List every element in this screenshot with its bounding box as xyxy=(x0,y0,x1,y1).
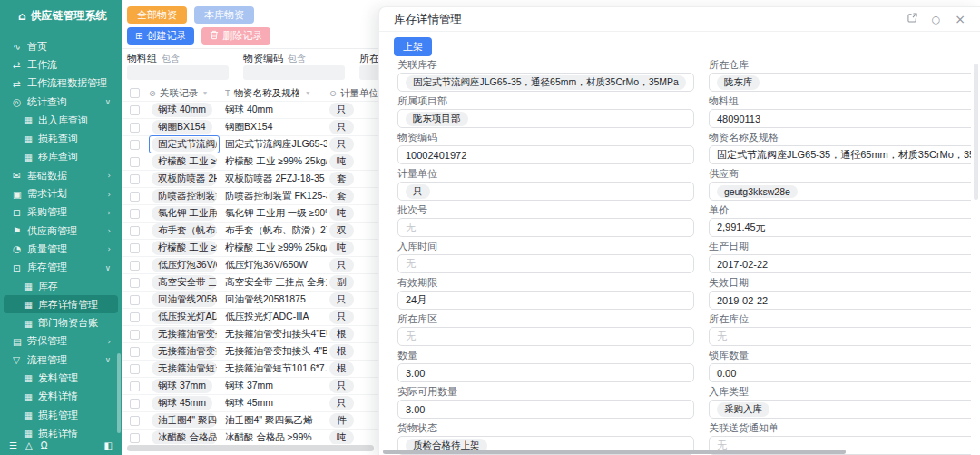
linked-record-tag[interactable]: 高空安全带 三挂... xyxy=(152,275,217,290)
sidebar-item[interactable]: ▦ 移库查询 xyxy=(4,148,118,166)
name-spec-cell[interactable]: 氯化钾 工业用 一级 ≥90% xyxy=(225,207,327,220)
unit-tag[interactable]: 吨 xyxy=(329,206,354,221)
unit-tag[interactable]: 只 xyxy=(329,137,354,152)
unit-tag[interactable]: 只 xyxy=(329,379,354,393)
linked-record-tag[interactable]: 钢圈BX154 xyxy=(152,120,212,134)
table-header-name-spec[interactable]: T 物资名称及规格 ▾ xyxy=(225,87,327,100)
row-checkbox[interactable] xyxy=(130,174,140,184)
linked-record-cell[interactable]: 无接箍油管短节... xyxy=(149,360,220,378)
field-input[interactable]: 2,991.45元 2,991.45元 xyxy=(709,218,971,237)
linked-record-cell[interactable]: 柠檬酸 工业 ≥99... xyxy=(149,239,220,257)
field-input[interactable]: 3.00 3.00 xyxy=(397,400,694,419)
linked-record-tag[interactable]: 氯化钾 工业用 ... xyxy=(152,206,217,221)
sidebar-item[interactable]: ▦ 发料管理 xyxy=(4,369,118,387)
field-input[interactable]: 10002401972 10002401972 xyxy=(397,145,694,164)
name-spec-cell[interactable]: 柠檬酸 工业 ≥99% 25kg/袋 xyxy=(225,155,327,168)
field-input[interactable]: 固定式节流阀座JLG65-35，通径65mm，材质35CrMo，35MPa 固定… xyxy=(397,73,694,92)
sidebar-item[interactable]: ⚑ 供应商管理 › xyxy=(4,222,118,240)
delete-record-button[interactable]: 删除记录 xyxy=(201,27,270,45)
linked-record-tag[interactable]: 防喷器控制装置 ... xyxy=(152,189,217,203)
close-icon[interactable]: × xyxy=(955,13,965,25)
row-checkbox[interactable] xyxy=(130,278,140,288)
unit-tag[interactable]: 只 xyxy=(329,120,354,134)
linked-record-tag[interactable]: 双板防喷器 2FZ... xyxy=(152,172,217,186)
sort-caret-icon[interactable]: ▾ xyxy=(306,89,309,97)
linked-record-tag[interactable]: 油壬圈4" 聚四氟... xyxy=(152,413,217,428)
filter-operator[interactable]: 包含 xyxy=(162,53,180,65)
field-input[interactable]: 陇东项目部 陇东项目部 xyxy=(397,109,694,128)
drawer-horizontal-scrollbar[interactable] xyxy=(383,450,846,454)
sidebar-item[interactable]: ⇄ 工作流程数据管理 xyxy=(4,74,118,93)
field-input[interactable]: 24月 24月 xyxy=(397,291,694,310)
sidebar-item[interactable]: ⊡ 库存管理 ∨ xyxy=(4,259,118,277)
linked-record-cell[interactable]: 钢圈BX154 xyxy=(149,118,215,136)
name-spec-cell[interactable]: 低压灯泡36V/650W xyxy=(225,259,327,272)
linked-record-tag[interactable]: 布手套（帆布、... xyxy=(152,223,217,238)
sidebar-item[interactable]: ▦ 部门物资台账 xyxy=(4,313,118,331)
expand-icon[interactable] xyxy=(907,13,917,25)
sort-caret-icon[interactable]: ▾ xyxy=(203,89,207,97)
linked-record-cell[interactable]: 钢球 37mm xyxy=(149,377,215,395)
row-checkbox[interactable] xyxy=(130,261,140,271)
unit-tag[interactable]: 根 xyxy=(329,344,354,359)
sidebar-item[interactable]: ◔ 质量管理 › xyxy=(4,240,118,258)
name-spec-cell[interactable]: 柠檬酸 工业 ≥99% 25kg/袋 xyxy=(225,242,327,254)
field-input[interactable]: 只 只 xyxy=(397,182,694,201)
sidebar-item[interactable]: ▣ 需求计划 › xyxy=(4,184,118,203)
unit-tag[interactable]: 吨 xyxy=(329,154,354,169)
name-spec-cell[interactable]: 双板防喷器 2FZJ-18-35 S 铸... xyxy=(225,173,327,185)
unit-tag[interactable]: 只 xyxy=(329,258,354,272)
linked-record-tag[interactable]: 冰醋酸 合格品... xyxy=(152,430,217,444)
linked-record-cell[interactable]: 低压投光灯ADC... xyxy=(149,308,220,326)
name-spec-cell[interactable]: 低压投光灯ADC-ⅢA xyxy=(225,311,327,323)
linked-record-cell[interactable]: 油壬圈4" 聚四氟... xyxy=(149,411,220,430)
linked-record-tag[interactable]: 低压投光灯ADC... xyxy=(152,310,217,324)
field-input[interactable]: 0.00 0.00 xyxy=(709,363,971,382)
name-spec-cell[interactable]: 钢球 45mm xyxy=(225,397,327,410)
linked-record-tag[interactable]: 无接箍油管变扣... xyxy=(152,344,217,359)
sidebar-item[interactable]: ▦ 库存详情管理 xyxy=(4,295,118,313)
name-spec-cell[interactable]: 固定式节流阀座JLG65-35，... xyxy=(225,138,327,151)
linked-record-cell[interactable]: 无接箍油管变扣... xyxy=(149,342,220,361)
field-input[interactable]: 无 无 xyxy=(397,254,694,273)
field-value-tag[interactable]: 陇东项目部 xyxy=(406,112,468,126)
linked-record-tag[interactable]: 柠檬酸 工业 ≥99... xyxy=(152,241,217,255)
sidebar-item[interactable]: ▦ 出入库查询 xyxy=(4,111,118,129)
sidebar-item[interactable]: ▦ 库存 xyxy=(4,277,118,295)
row-checkbox[interactable] xyxy=(130,330,140,340)
unit-tag[interactable]: 双 xyxy=(329,223,354,238)
table-header-linked-record[interactable]: ⊘ 关联记录 ▾ xyxy=(147,87,225,100)
linked-record-tag[interactable]: 回油管线20581... xyxy=(152,292,217,307)
name-spec-cell[interactable]: 油壬圈4" 聚四氟乙烯 xyxy=(225,414,327,427)
linked-record-cell[interactable]: 无接箍油管变扣... xyxy=(149,325,220,343)
linked-record-tag[interactable]: 低压灯泡36V/65... xyxy=(152,258,217,272)
name-spec-cell[interactable]: 高空安全带 三挂点 全身式 ... xyxy=(225,276,327,289)
name-spec-cell[interactable]: 无接箍油管短节101.6*7.8*3... xyxy=(225,362,327,375)
row-checkbox[interactable] xyxy=(130,364,140,374)
filter-operator[interactable]: 包含 xyxy=(288,53,306,65)
select-all-checkbox[interactable] xyxy=(130,88,140,98)
horizontal-scrollbar[interactable] xyxy=(127,445,374,451)
linked-record-tag[interactable]: 无接箍油管短节... xyxy=(152,361,217,376)
linked-record-cell[interactable]: 固定式节流阀座... xyxy=(149,135,220,153)
field-value-tag[interactable]: 采购入库 xyxy=(717,402,769,417)
row-checkbox[interactable] xyxy=(130,399,140,409)
drawer-vertical-scrollbar[interactable] xyxy=(974,64,978,200)
unit-tag[interactable]: 只 xyxy=(329,292,354,307)
unit-tag[interactable]: 根 xyxy=(329,327,354,341)
row-checkbox[interactable] xyxy=(130,312,140,322)
row-checkbox[interactable] xyxy=(130,347,140,357)
name-spec-cell[interactable]: 无接箍油管变扣接头4"EU公*... xyxy=(225,328,327,341)
sidebar-item[interactable]: ▽ 流程管理 ∨ xyxy=(4,351,118,369)
field-input[interactable]: 无 无 xyxy=(397,327,694,346)
name-spec-cell[interactable]: 布手套（帆布、防滑）27cm xyxy=(225,224,327,237)
linked-record-cell[interactable]: 回油管线20581... xyxy=(149,291,220,309)
unit-tag[interactable]: 只 xyxy=(329,103,354,117)
sidebar-item[interactable]: ⇄ 工作流 xyxy=(4,55,118,74)
field-input[interactable]: 陇东库 陇东库 xyxy=(709,73,971,92)
field-value-tag[interactable]: 只 xyxy=(406,184,430,199)
name-spec-cell[interactable]: 无接箍油管变扣接头 4"BGC... xyxy=(225,345,327,358)
field-value-tag[interactable]: 固定式节流阀座JLG65-35，通径65mm，材质35CrMo，35MPa xyxy=(406,75,686,90)
name-spec-cell[interactable]: 回油管线20581875 xyxy=(225,293,327,306)
unit-tag[interactable]: 吨 xyxy=(329,430,354,444)
